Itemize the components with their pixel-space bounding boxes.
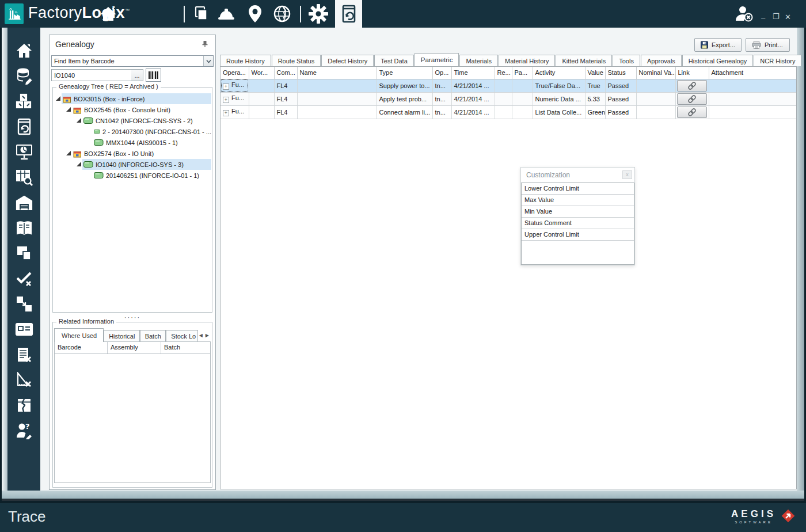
row-expand-icon[interactable]: + — [223, 97, 229, 103]
tab-parametric[interactable]: Parametric — [415, 53, 459, 66]
col-nominal-value[interactable]: Nominal Va... — [636, 67, 675, 79]
tab-ncr-history[interactable]: NCR History — [754, 55, 801, 66]
sidebar-templates-icon[interactable] — [12, 241, 37, 266]
col-pa[interactable]: Pa... — [512, 67, 533, 79]
search-mode-select[interactable]: Find Item by Barcode — [51, 55, 214, 67]
column-header-barcode[interactable]: Barcode — [55, 342, 108, 354]
sidebar-production-icon[interactable] — [12, 89, 37, 114]
link-button[interactable] — [677, 80, 707, 92]
sidebar-data-editor-icon[interactable] — [12, 63, 37, 89]
expander-icon[interactable] — [76, 162, 82, 167]
home-icon[interactable] — [97, 0, 120, 28]
customization-item[interactable]: Status Comment — [522, 218, 634, 229]
expander-icon[interactable] — [66, 151, 72, 156]
sidebar-report-search-icon[interactable] — [12, 165, 37, 190]
sidebar-work-orders-icon[interactable] — [12, 342, 37, 367]
tree-node-box3015[interactable]: BOX3015 (Box - inForce) — [54, 93, 211, 104]
barcode-scan-icon[interactable] — [146, 69, 161, 82]
sidebar-quality-check-icon[interactable] — [12, 266, 37, 291]
active-module-indicator[interactable] — [335, 0, 362, 28]
maximize-button[interactable]: ❐ — [773, 13, 780, 20]
grid-row-2[interactable]: +Fu... FL4 Apply test prob... tn... 4/21… — [220, 92, 796, 105]
sidebar-warehouse-icon[interactable] — [12, 190, 37, 215]
link-button[interactable] — [677, 107, 707, 118]
column-header-assembly[interactable]: Assembly — [108, 342, 161, 354]
tab-tools[interactable]: Tools — [613, 55, 640, 66]
documents-icon[interactable] — [189, 0, 212, 28]
col-operator[interactable]: Op... — [432, 67, 451, 79]
grid-row-1[interactable]: +Fu... FL4 Supply power to... tn... 4/21… — [220, 79, 796, 92]
column-header-batch[interactable]: Batch — [161, 342, 210, 354]
link-button[interactable] — [677, 93, 707, 105]
customization-close-icon[interactable]: x — [622, 170, 632, 179]
tab-route-status[interactable]: Route Status — [272, 55, 321, 66]
tab-scroll-left-icon[interactable]: ◀ — [199, 333, 204, 338]
col-activity[interactable]: Activity — [533, 67, 585, 79]
toolbar-divider — [300, 6, 301, 22]
col-re[interactable]: Re... — [495, 67, 512, 79]
row-expand-icon[interactable]: + — [223, 83, 229, 90]
printer-icon — [752, 41, 761, 49]
sidebar-material-transfer-icon[interactable] — [12, 291, 37, 317]
sidebar-documentation-icon[interactable] — [12, 215, 37, 241]
gear-icon[interactable] — [305, 0, 332, 28]
col-type[interactable]: Type — [377, 67, 432, 79]
tab-material-history[interactable]: Material History — [499, 55, 555, 66]
tab-route-history[interactable]: Route History — [220, 55, 271, 66]
pin-icon[interactable] — [202, 40, 208, 48]
sidebar-dashboards-icon[interactable] — [12, 139, 37, 165]
customization-item[interactable]: Upper Control Limit — [522, 229, 634, 241]
sidebar-id-card-icon[interactable] — [12, 317, 37, 342]
sidebar-engineering-icon[interactable] — [12, 367, 37, 393]
tab-kitted-materials[interactable]: Kitted Materials — [556, 55, 612, 66]
tab-scroll-right-icon[interactable]: ▶ — [206, 333, 211, 338]
print-button[interactable]: Print... — [746, 38, 790, 52]
globe-icon[interactable] — [269, 0, 295, 28]
tab-batch[interactable]: Batch — [140, 330, 166, 342]
col-computer[interactable]: Com... — [274, 67, 297, 79]
expander-icon[interactable] — [66, 107, 72, 112]
sidebar-operator-help-icon[interactable]: ? — [12, 418, 37, 443]
hard-hat-icon[interactable] — [214, 0, 238, 28]
tree-node-io1040[interactable]: IO1040 (INFORCE-IO-SYS - 3) — [54, 159, 211, 170]
customization-item[interactable]: Min Value — [522, 206, 634, 218]
col-name[interactable]: Name — [297, 67, 377, 79]
browse-ellipsis-button[interactable]: ... — [131, 69, 143, 81]
sidebar-damaged-box-icon[interactable] — [12, 393, 37, 418]
tree-node-201407300[interactable]: 2 - 201407300 (INFORCE-CNS-01 - ... — [54, 126, 211, 137]
sidebar-home-icon[interactable] — [12, 38, 37, 63]
grid-row-3[interactable]: +Fu... FL4 Connect alarm li... tn... 4/2… — [220, 105, 796, 119]
export-button[interactable]: Export... — [694, 38, 742, 52]
expander-icon[interactable] — [55, 96, 62, 101]
col-time[interactable]: Time — [451, 67, 495, 79]
tab-materials[interactable]: Materials — [459, 55, 498, 66]
tree-node-cn1042[interactable]: CN1042 (INFORCE-CNS-SYS - 2) — [54, 115, 211, 126]
tab-stock-location[interactable]: Stock Lo — [166, 330, 197, 342]
expander-icon[interactable] — [76, 118, 82, 123]
tree-node-mmx1044[interactable]: MMX1044 (AIS90015 - 1) — [54, 137, 211, 148]
tab-approvals[interactable]: Approvals — [641, 55, 682, 66]
minimize-button[interactable]: – — [761, 14, 765, 21]
customization-item[interactable]: Max Value — [522, 195, 634, 206]
tree-node-201406251[interactable]: 201406251 (INFORCE-IO-01 - 1) — [54, 170, 211, 181]
tab-defect-history[interactable]: Defect History — [321, 55, 374, 66]
row-expand-icon[interactable]: + — [223, 110, 229, 116]
tree-node-box2574[interactable]: BOX2574 (Box - IO Unit) — [54, 148, 211, 159]
sidebar-trace-icon[interactable] — [12, 114, 37, 139]
col-link[interactable]: Link — [675, 67, 709, 79]
tab-historical-genealogy[interactable]: Historical Genealogy — [682, 55, 754, 66]
location-pin-icon[interactable] — [244, 0, 266, 28]
tab-where-used[interactable]: Where Used — [54, 328, 104, 342]
tree-node-box2545[interactable]: BOX2545 (Box - Console Unit) — [54, 104, 211, 115]
user-logout-icon[interactable] — [732, 0, 756, 28]
col-workstation[interactable]: Wor... — [249, 67, 274, 79]
tab-test-data[interactable]: Test Data — [374, 55, 413, 66]
barcode-input[interactable] — [51, 69, 132, 81]
col-status[interactable]: Status — [605, 67, 636, 79]
col-attachment[interactable]: Attachment — [709, 67, 796, 79]
col-value[interactable]: Value — [585, 67, 605, 79]
col-operation[interactable]: Opera... — [220, 67, 249, 79]
tab-historical[interactable]: Historical — [104, 330, 140, 342]
close-button[interactable]: ✕ — [785, 13, 791, 21]
customization-item[interactable]: Lower Control Limit — [522, 183, 634, 195]
